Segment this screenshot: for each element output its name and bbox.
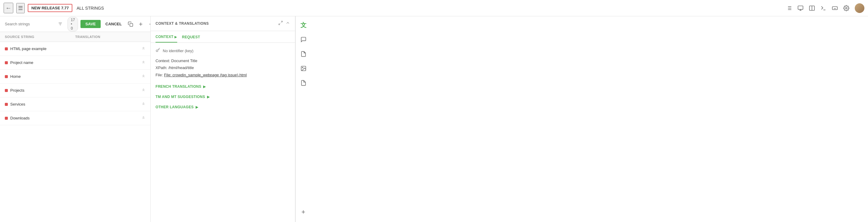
avatar[interactable] <box>855 3 864 13</box>
status-dot <box>5 103 8 106</box>
terminal-icon[interactable] <box>820 5 827 11</box>
translate-sidebar-icon[interactable]: 文 <box>298 19 309 31</box>
french-chevron-icon: ▶ <box>203 84 206 89</box>
release-tag[interactable]: NEW RELEASE 7.77 <box>28 4 72 12</box>
source-string-text: Project name <box>10 60 139 65</box>
split-panel-icon[interactable] <box>809 5 815 11</box>
source-string-text: Home <box>10 74 139 79</box>
context-tabs: CONTEXT ▶ REQUEST <box>151 31 295 43</box>
key-icon <box>156 48 160 54</box>
table-row[interactable]: Project name <box>0 56 150 70</box>
source-string-text: Projects <box>10 88 139 92</box>
app-header: ← ☰ NEW RELEASE 7.77 ALL STRINGS <box>0 0 868 16</box>
save-button[interactable]: SAVE <box>81 20 100 28</box>
tm-mt-chevron-icon: ▶ <box>207 95 210 99</box>
list-view-icon[interactable] <box>786 5 792 11</box>
context-info: Context: Document Title XPath: /html/hea… <box>156 57 290 78</box>
settings-icon[interactable] <box>843 5 849 11</box>
tab-request[interactable]: REQUEST <box>182 35 200 42</box>
table-header: SOURCE STRING TRANSLATION <box>0 32 150 42</box>
svg-point-33 <box>302 67 303 68</box>
docs-sidebar-icon[interactable] <box>298 48 309 60</box>
key-identifier-text: No identifier (key) <box>163 49 193 53</box>
status-dot <box>5 61 8 64</box>
source-string-text: Services <box>10 102 139 107</box>
header-icons <box>786 3 864 13</box>
status-dot <box>5 75 8 78</box>
other-languages-section[interactable]: OTHER LANGUAGES ▶ <box>156 105 290 109</box>
sort-icon <box>141 115 146 121</box>
close-panel-icon[interactable] <box>285 21 290 27</box>
screenshot-sidebar-icon[interactable] <box>298 63 309 74</box>
file-link[interactable]: File: crowdin_sample_webpage (tag issue)… <box>164 73 247 77</box>
context-body: No identifier (key) Context: Document Ti… <box>151 43 295 222</box>
copy-button[interactable] <box>127 20 134 28</box>
tab-context-chevron: ▶ <box>175 35 177 38</box>
key-identifier-row: No identifier (key) <box>156 48 290 54</box>
back-icon: ← <box>5 4 11 11</box>
table-row[interactable]: HTML page example <box>0 42 150 56</box>
add-button[interactable] <box>137 20 145 28</box>
table-row[interactable]: Services <box>0 98 150 111</box>
sort-icon <box>141 88 146 93</box>
sort-icon <box>141 46 146 51</box>
search-input[interactable] <box>5 22 56 26</box>
table-row[interactable]: Projects <box>0 84 150 98</box>
svg-rect-12 <box>832 7 838 10</box>
context-translations-panel: CONTEXT & TRANSLATIONS CONTEXT ▶ REQUEST <box>151 16 296 222</box>
sort-icon <box>141 60 146 65</box>
left-panel: 17 • 0 SAVE CANCEL <box>0 16 151 222</box>
tab-context-label: CONTEXT <box>156 35 173 39</box>
tm-mt-section[interactable]: TM AND MT SUGGESTIONS ▶ <box>156 95 290 99</box>
context-line-2: File: File: crowdin_sample_webpage (tag … <box>156 72 290 78</box>
context-line-0: Context: Document Title <box>156 57 290 64</box>
tm-mt-title: TM AND MT SUGGESTIONS <box>156 95 205 99</box>
keyboard-icon[interactable] <box>832 5 838 11</box>
cancel-button[interactable]: CANCEL <box>103 20 124 28</box>
comments-sidebar-icon[interactable] <box>298 34 309 45</box>
tab-request-label: REQUEST <box>182 35 200 39</box>
expand-icon[interactable] <box>278 21 283 27</box>
search-bar: 17 • 0 SAVE CANCEL <box>0 16 150 32</box>
svg-rect-6 <box>798 6 803 9</box>
string-count-badge: 17 • 0 <box>67 17 78 31</box>
svg-rect-22 <box>130 23 133 26</box>
tab-context[interactable]: CONTEXT ▶ <box>156 35 177 43</box>
other-languages-chevron-icon: ▶ <box>195 105 198 109</box>
menu-icon: ☰ <box>18 5 23 11</box>
svg-line-29 <box>281 21 282 23</box>
context-panel-title: CONTEXT & TRANSLATIONS <box>156 21 276 26</box>
status-dot <box>5 117 8 120</box>
sort-icon <box>141 74 146 79</box>
add-sidebar-button[interactable]: + <box>298 206 309 218</box>
header-left: ← ☰ NEW RELEASE 7.77 ALL STRINGS <box>4 3 104 13</box>
col-translation-header: TRANSLATION <box>75 35 146 38</box>
french-translations-section[interactable]: FRENCH TRANSLATIONS ▶ <box>156 84 290 89</box>
strings-table: HTML page example Project name <box>0 42 150 222</box>
back-button[interactable]: ← <box>4 3 13 13</box>
svg-point-18 <box>846 7 847 9</box>
context-line-1: XPath: /html/head/title <box>156 64 290 71</box>
right-icon-bar: 文 + <box>296 16 311 222</box>
table-row[interactable]: Downloads <box>0 111 150 125</box>
monitor-icon[interactable] <box>798 5 804 11</box>
remove-button[interactable] <box>147 20 151 28</box>
menu-button[interactable]: ☰ <box>16 3 25 13</box>
files-sidebar-icon[interactable] <box>298 77 309 89</box>
filter-icon[interactable] <box>58 22 63 27</box>
status-dot <box>5 89 8 92</box>
status-dot <box>5 47 8 50</box>
other-languages-title: OTHER LANGUAGES <box>156 105 194 109</box>
svg-point-31 <box>156 50 158 52</box>
table-row[interactable]: Home <box>0 70 150 84</box>
source-string-text: Downloads <box>10 116 139 120</box>
main-layout: 17 • 0 SAVE CANCEL <box>0 16 868 222</box>
sort-icon <box>141 102 146 107</box>
all-strings-label: ALL STRINGS <box>75 6 104 10</box>
col-source-header: SOURCE STRING <box>5 35 75 38</box>
context-panel-header: CONTEXT & TRANSLATIONS <box>151 16 295 31</box>
source-string-text: HTML page example <box>10 47 139 51</box>
svg-line-30 <box>279 23 280 25</box>
french-translations-title: FRENCH TRANSLATIONS <box>156 84 201 89</box>
